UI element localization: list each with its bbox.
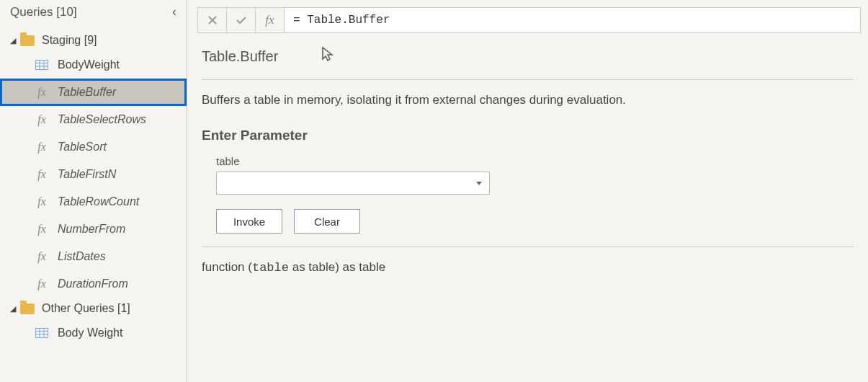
query-label: NumberFrom (58, 223, 125, 236)
parameter-block: table (202, 155, 854, 195)
caret-down-icon: ◢ (10, 36, 16, 45)
query-label: TableSelectRows (58, 113, 146, 126)
formula-input[interactable] (284, 7, 861, 33)
group-staging[interactable]: ◢ Staging [9] (0, 30, 187, 51)
group-label: Other Queries [1] (42, 302, 130, 315)
sidebar-title: Queries [10] (10, 5, 77, 19)
query-item-tablebuffer[interactable]: fx TableBuffer (0, 79, 187, 106)
signature-arg: table (252, 261, 289, 275)
fx-icon: fx (35, 223, 49, 236)
query-label: TableBuffer (58, 86, 116, 99)
group-other-queries[interactable]: ◢ Other Queries [1] (0, 298, 187, 319)
query-item-tablefirstn[interactable]: fx TableFirstN (0, 161, 187, 188)
fx-icon: fx (35, 195, 49, 208)
caret-down-icon: ◢ (10, 304, 16, 314)
fx-icon: fx (35, 141, 49, 154)
parameter-table-dropdown[interactable] (216, 172, 490, 195)
fx-formula-button[interactable]: fx (255, 7, 284, 33)
svg-rect-0 (36, 61, 48, 70)
query-label: ListDates (58, 250, 106, 263)
query-label: BodyWeight (58, 58, 120, 71)
query-item-tableselectrows[interactable]: fx TableSelectRows (0, 106, 187, 133)
signature-suffix: as table) as table (289, 260, 385, 274)
query-label: DurationFrom (58, 277, 128, 290)
query-item-numberfrom[interactable]: fx NumberFrom (0, 216, 187, 243)
svg-rect-5 (36, 329, 48, 338)
function-details: Table.Buffer Buffers a table in memory, … (187, 33, 868, 382)
query-item-tablesort[interactable]: fx TableSort (0, 133, 187, 161)
folder-icon (20, 303, 35, 314)
function-description: Buffers a table in memory, isolating it … (202, 93, 854, 107)
parameter-section-title: Enter Parameter (202, 128, 854, 143)
fx-icon: fx (35, 86, 49, 99)
divider (202, 246, 854, 247)
fx-icon: fx (35, 277, 49, 290)
clear-button[interactable]: Clear (294, 209, 360, 234)
invoke-button[interactable]: Invoke (216, 209, 282, 234)
fx-icon: fx (35, 250, 49, 263)
function-name: Table.Buffer (202, 48, 278, 65)
collapse-sidebar-button[interactable]: ‹ (169, 4, 179, 19)
parameter-label: table (216, 155, 854, 167)
query-label: Body Weight (58, 327, 122, 339)
query-item-bodyweight[interactable]: BodyWeight (0, 51, 187, 79)
queries-sidebar: Queries [10] ‹ ◢ Staging [9] BodyWeight … (0, 0, 187, 382)
folder-icon (20, 35, 35, 46)
formula-bar: fx (197, 7, 861, 33)
query-item-body-weight[interactable]: Body Weight (0, 319, 187, 347)
table-icon (35, 60, 49, 70)
query-label: TableRowCount (58, 195, 139, 208)
query-item-tablerowcount[interactable]: fx TableRowCount (0, 188, 187, 216)
main-panel: fx Table.Buffer Buffers a table in memor… (187, 0, 868, 382)
query-item-durationfrom[interactable]: fx DurationFrom (0, 270, 187, 298)
fx-icon: fx (35, 113, 49, 126)
query-label: TableSort (58, 141, 107, 154)
function-signature: function (table as table) as table (202, 260, 854, 275)
group-label: Staging [9] (42, 34, 97, 47)
button-row: Invoke Clear (202, 209, 854, 234)
query-item-listdates[interactable]: fx ListDates (0, 243, 187, 270)
queries-tree: ◢ Staging [9] BodyWeight fx TableBuffer … (0, 27, 187, 350)
divider (202, 79, 854, 80)
query-label: TableFirstN (58, 168, 116, 181)
cancel-formula-button[interactable] (197, 7, 226, 33)
cursor-icon (321, 46, 334, 66)
confirm-formula-button[interactable] (226, 7, 255, 33)
signature-prefix: function ( (202, 260, 252, 274)
sidebar-header: Queries [10] ‹ (0, 0, 187, 27)
fx-icon: fx (35, 168, 49, 181)
table-icon (35, 328, 49, 338)
